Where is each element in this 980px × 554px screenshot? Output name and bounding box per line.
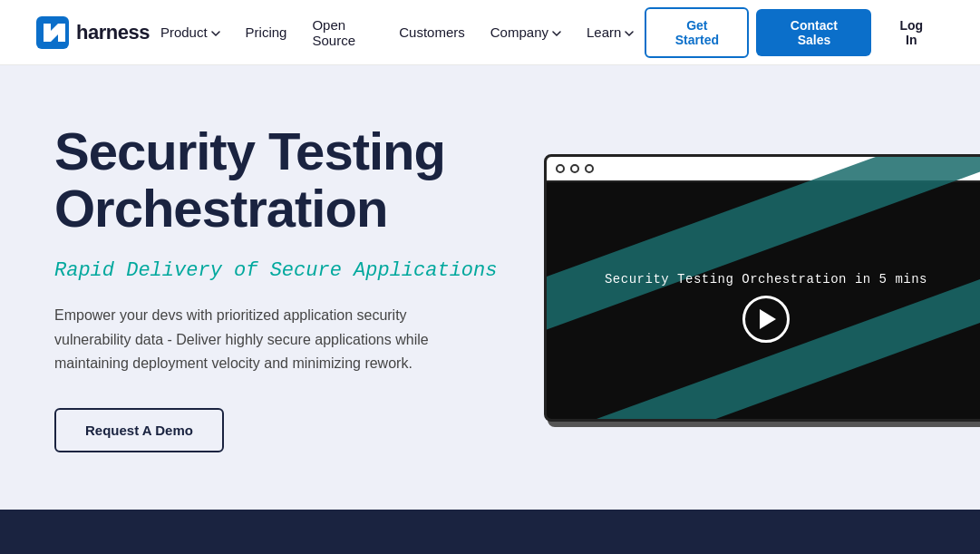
chevron-down-icon (552, 29, 561, 38)
get-started-button[interactable]: Get Started (645, 7, 749, 58)
chevron-down-icon (625, 29, 634, 38)
hero-description: Empower your devs with prioritized appli… (54, 304, 453, 375)
hero-title: Security Testing Orchestration (54, 122, 508, 238)
hero-section: Security Testing Orchestration Rapid Del… (0, 65, 980, 510)
video-content[interactable]: Security Testing Orchestration in 5 mins (547, 182, 980, 419)
nav-pricing[interactable]: Pricing (235, 17, 298, 47)
sketch-corner-decoration (975, 408, 980, 422)
contact-sales-button[interactable]: Contact Sales (756, 9, 871, 56)
hero-content: Security Testing Orchestration Rapid Del… (54, 122, 508, 453)
window-dot-3 (585, 164, 594, 173)
nav-company[interactable]: Company (480, 17, 572, 47)
logo-text: harness (76, 21, 150, 44)
logo-icon (36, 16, 69, 49)
nav-actions: Get Started Contact Sales Log In (645, 7, 944, 58)
navbar: harness Product Pricing Open Source Cust… (0, 0, 980, 65)
window-dot-2 (570, 164, 579, 173)
play-button[interactable] (742, 296, 790, 343)
logo[interactable]: harness (36, 16, 150, 49)
request-demo-button[interactable]: Request A Demo (54, 408, 224, 452)
chevron-down-icon (211, 29, 220, 38)
nav-customers[interactable]: Customers (388, 17, 476, 47)
nav-links: Product Pricing Open Source Customers Co… (150, 10, 645, 55)
play-icon (760, 309, 776, 329)
hero-subtitle: Rapid Delivery of Secure Applications (54, 259, 508, 282)
nav-open-source[interactable]: Open Source (301, 10, 384, 55)
hero-visual: Security Testing Orchestration in 5 mins (544, 154, 980, 422)
footer-dark-band (0, 510, 980, 554)
window-dot-1 (556, 164, 565, 173)
video-window: Security Testing Orchestration in 5 mins (544, 154, 980, 422)
nav-learn[interactable]: Learn (576, 17, 645, 47)
login-button[interactable]: Log In (878, 9, 944, 56)
nav-product[interactable]: Product (150, 17, 231, 47)
video-caption: Security Testing Orchestration in 5 mins (605, 272, 927, 287)
